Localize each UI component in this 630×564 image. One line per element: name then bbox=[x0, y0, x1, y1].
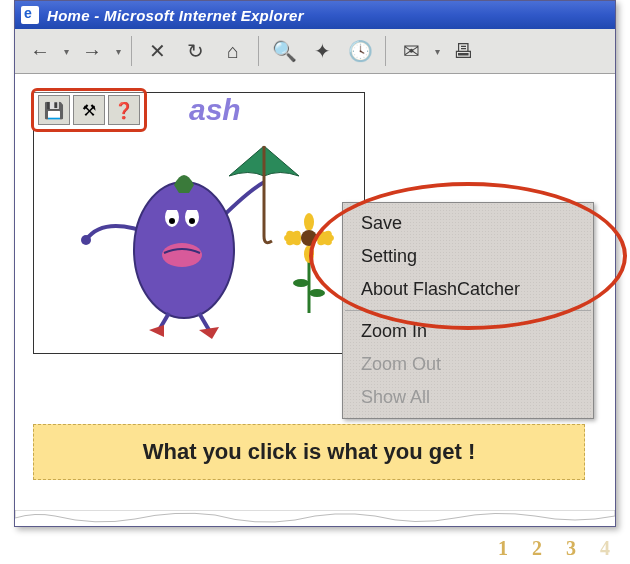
forward-dropdown[interactable]: ▾ bbox=[113, 34, 123, 68]
mail-dropdown[interactable]: ▾ bbox=[432, 34, 442, 68]
help-flash-button[interactable]: ❓ bbox=[108, 95, 140, 125]
svg-point-13 bbox=[309, 289, 325, 297]
page-4-link[interactable]: 4 bbox=[600, 537, 610, 560]
stop-button[interactable]: ✕ bbox=[140, 34, 174, 68]
page-3-link[interactable]: 3 bbox=[566, 537, 576, 560]
print-icon: 🖶 bbox=[453, 40, 473, 63]
hammer-icon: ⚒ bbox=[82, 101, 96, 120]
page-1-link[interactable]: 1 bbox=[498, 537, 508, 560]
save-flash-button[interactable]: 💾 bbox=[38, 95, 70, 125]
ie-logo-icon bbox=[21, 6, 39, 24]
toolbar-separator bbox=[131, 36, 132, 66]
print-button[interactable]: 🖶 bbox=[446, 34, 480, 68]
page-2-link[interactable]: 2 bbox=[532, 537, 542, 560]
favorites-icon: ✦ bbox=[314, 39, 331, 63]
search-button[interactable]: 🔍 bbox=[267, 34, 301, 68]
sunflower-icon bbox=[279, 213, 339, 323]
back-dropdown[interactable]: ▾ bbox=[61, 34, 71, 68]
svg-point-5 bbox=[169, 218, 175, 224]
search-icon: 🔍 bbox=[272, 39, 297, 63]
flash-title: ash bbox=[189, 93, 241, 127]
browser-window: Home - Microsoft Internet Explorer ← ▾ →… bbox=[14, 0, 616, 527]
favorites-button[interactable]: ✦ bbox=[305, 34, 339, 68]
history-icon: 🕓 bbox=[348, 39, 373, 63]
svg-point-18 bbox=[304, 245, 314, 263]
menu-item-zoom-in[interactable]: Zoom In bbox=[343, 315, 593, 348]
menu-item-show-all: Show All bbox=[343, 381, 593, 414]
mail-icon: ✉ bbox=[403, 39, 420, 63]
toolbar-separator bbox=[385, 36, 386, 66]
window-title: Home - Microsoft Internet Explorer bbox=[47, 7, 304, 24]
menu-separator bbox=[345, 310, 591, 311]
svg-point-0 bbox=[81, 235, 91, 245]
browser-toolbar: ← ▾ → ▾ ✕ ↻ ⌂ 🔍 ✦ 🕓 ✉ ▾ 🖶 bbox=[15, 29, 615, 74]
svg-point-22 bbox=[301, 230, 317, 246]
menu-item-save[interactable]: Save bbox=[343, 207, 593, 240]
home-button[interactable]: ⌂ bbox=[216, 34, 250, 68]
help-icon: ❓ bbox=[114, 101, 134, 120]
menu-item-setting[interactable]: Setting bbox=[343, 240, 593, 273]
history-button[interactable]: 🕓 bbox=[343, 34, 377, 68]
arrow-right-icon: → bbox=[82, 40, 102, 63]
home-icon: ⌂ bbox=[227, 40, 239, 63]
titlebar: Home - Microsoft Internet Explorer bbox=[15, 1, 615, 29]
svg-rect-4 bbox=[166, 205, 198, 210]
svg-point-6 bbox=[189, 218, 195, 224]
menu-item-zoom-out: Zoom Out bbox=[343, 348, 593, 381]
svg-point-14 bbox=[304, 213, 314, 231]
mail-button[interactable]: ✉ bbox=[394, 34, 428, 68]
svg-point-7 bbox=[162, 243, 202, 267]
forward-button[interactable]: → bbox=[75, 34, 109, 68]
page-navigation: 1 2 3 4 bbox=[498, 537, 610, 560]
page-content: ash bbox=[15, 74, 615, 510]
svg-line-9 bbox=[199, 313, 209, 330]
arrow-left-icon: ← bbox=[30, 40, 50, 63]
context-menu: Save Setting About FlashCatcher Zoom In … bbox=[342, 202, 594, 419]
menu-item-about[interactable]: About FlashCatcher bbox=[343, 273, 593, 306]
banner-text: What you click is what you get ! bbox=[143, 439, 476, 464]
slogan-banner: What you click is what you get ! bbox=[33, 424, 585, 480]
refresh-button[interactable]: ↻ bbox=[178, 34, 212, 68]
torn-edge bbox=[15, 510, 615, 526]
flashcatcher-toolbar: 💾 ⚒ ❓ bbox=[31, 88, 147, 132]
toolbar-separator bbox=[258, 36, 259, 66]
refresh-icon: ↻ bbox=[187, 39, 204, 63]
svg-point-12 bbox=[293, 279, 309, 287]
settings-button[interactable]: ⚒ bbox=[73, 95, 105, 125]
back-button[interactable]: ← bbox=[23, 34, 57, 68]
stop-icon: ✕ bbox=[149, 39, 166, 63]
floppy-icon: 💾 bbox=[44, 101, 64, 120]
